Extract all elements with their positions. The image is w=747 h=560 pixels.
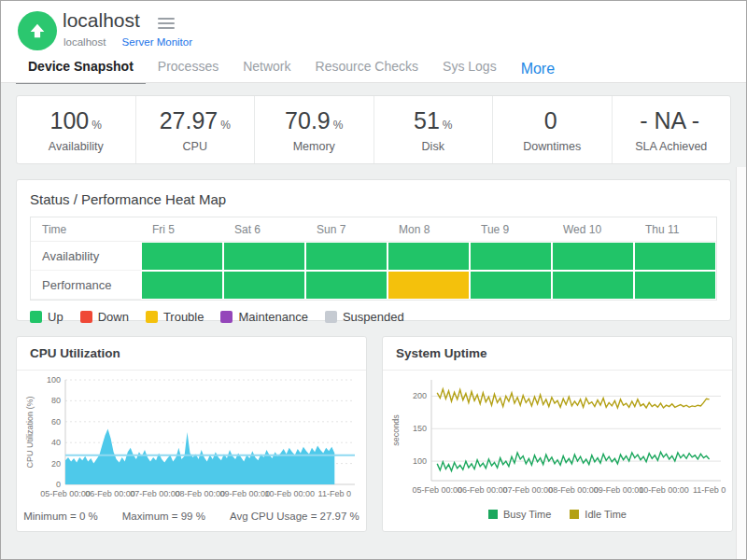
legend-label: Suspended: [343, 310, 404, 324]
heatmap-col-header: Sat 6: [223, 217, 305, 242]
app-window: localhost localhost Server Monitor Devic…: [0, 0, 747, 560]
svg-text:0: 0: [56, 480, 61, 489]
legend-label: Idle Time: [585, 509, 627, 520]
svg-text:09-Feb 00:00: 09-Feb 00:00: [219, 489, 270, 498]
server-monitor-link[interactable]: Server Monitor: [122, 36, 192, 48]
tab-processes[interactable]: Processes: [146, 55, 231, 83]
svg-text:80: 80: [51, 396, 61, 405]
heatmap-cell[interactable]: [305, 271, 388, 300]
tab-sys-logs[interactable]: Sys Logs: [430, 55, 509, 83]
cpu-chart-svg: 02040608010005-Feb 00:0006-Feb 00:0007-F…: [22, 372, 360, 505]
uptime-chart[interactable]: 10015020005-Feb 00:0006-Feb 00:0007-Feb …: [383, 371, 732, 505]
svg-text:11-Feb 0: 11-Feb 0: [693, 485, 726, 495]
page-title: localhost: [63, 9, 140, 32]
stat-memory: 70.9% Memory: [255, 96, 374, 163]
heatmap-cell[interactable]: [552, 271, 634, 300]
heatmap-cell[interactable]: [223, 242, 305, 271]
stat-sla: - NA - SLA Achieved: [613, 96, 731, 163]
svg-text:05-Feb 00:00: 05-Feb 00:00: [412, 485, 462, 495]
heatmap-cell[interactable]: [634, 271, 716, 300]
heatmap-cell[interactable]: [388, 242, 470, 271]
heatmap-cell[interactable]: [470, 271, 552, 300]
svg-text:100: 100: [413, 456, 427, 466]
legend-swatch-maintenance: [220, 311, 233, 323]
svg-text:05-Feb 00:00: 05-Feb 00:00: [40, 489, 91, 498]
heatmap-cell[interactable]: [305, 242, 388, 271]
svg-text:10-Feb 00:00: 10-Feb 00:00: [639, 485, 689, 495]
legend-label: Trouble: [163, 310, 204, 324]
stat-label: CPU: [183, 140, 207, 153]
stat-unit: %: [443, 119, 453, 132]
tab-device-snapshot[interactable]: Device Snapshot: [16, 55, 146, 86]
legend-swatch-suspended: [325, 311, 337, 323]
legend-swatch-idle: [570, 510, 579, 519]
legend-item-busy-time: Busy Time: [488, 509, 551, 520]
stat-value: 27.97: [160, 107, 218, 133]
svg-text:10-Feb 00:00: 10-Feb 00:00: [264, 489, 315, 498]
tab-more[interactable]: More: [509, 55, 567, 87]
svg-text:200: 200: [413, 391, 427, 400]
heatmap-col-header: Wed 10: [552, 217, 634, 242]
heatmap-cell[interactable]: [388, 271, 470, 300]
stat-value: 100: [50, 107, 90, 133]
heatmap-cell[interactable]: [141, 271, 223, 300]
tab-resource-checks[interactable]: Resource Checks: [303, 55, 431, 83]
stat-label: Memory: [293, 140, 335, 153]
svg-text:CPU Utilization (%): CPU Utilization (%): [25, 396, 35, 468]
legend-item-suspended: Suspended: [325, 310, 404, 324]
svg-text:06-Feb 00:00: 06-Feb 00:00: [458, 485, 508, 495]
cpu-chart-title: CPU Utilization: [17, 337, 366, 371]
svg-text:20: 20: [51, 459, 61, 469]
uptime-chart-svg: 10015020005-Feb 00:0006-Feb 00:0007-Feb …: [388, 372, 726, 501]
stat-label: Downtimes: [523, 140, 581, 153]
stat-unit: %: [333, 119, 344, 132]
legend-label: Down: [98, 310, 129, 324]
legend-item-up: Up: [30, 310, 63, 324]
heatmap-cell[interactable]: [141, 242, 223, 271]
cpu-chart[interactable]: 02040608010005-Feb 00:0006-Feb 00:0007-F…: [17, 371, 366, 509]
uptime-chart-title: System Uptime: [383, 337, 732, 371]
stat-label: Disk: [422, 140, 444, 153]
breadcrumb-host: localhost: [63, 36, 106, 48]
svg-text:07-Feb 00:00: 07-Feb 00:00: [503, 485, 554, 495]
uptime-chart-legend: Busy Time Idle Time: [383, 509, 732, 520]
heatmap-col-header: Fri 5: [141, 217, 223, 242]
svg-text:40: 40: [51, 438, 61, 447]
tab-network[interactable]: Network: [231, 55, 303, 83]
stat-value: 51: [414, 107, 440, 133]
heatmap-col-header: Thu 11: [634, 217, 716, 242]
heatmap-title: Status / Performance Heat Map: [30, 191, 717, 207]
hamburger-menu-icon[interactable]: [158, 15, 175, 32]
heatmap-cell[interactable]: [634, 242, 716, 271]
heatmap-card: Status / Performance Heat Map Time Fri 5…: [16, 179, 731, 321]
content-area: 100% Availability 27.97% CPU 70.9% Memor…: [1, 84, 746, 559]
legend-label: Maintenance: [238, 310, 307, 324]
heatmap-row-label: Availability: [31, 242, 141, 271]
heatmap-table: Time Fri 5 Sat 6 Sun 7 Mon 8 Tue 9 Wed 1…: [30, 217, 717, 301]
svg-text:08-Feb 00:00: 08-Feb 00:00: [548, 485, 599, 495]
system-uptime-card: System Uptime 10015020005-Feb 00:0006-Fe…: [382, 336, 733, 532]
device-status-badge: [18, 11, 57, 50]
heatmap-cell[interactable]: [470, 242, 552, 271]
stat-unit: %: [220, 119, 231, 132]
svg-text:07-Feb 00:00: 07-Feb 00:00: [130, 489, 180, 498]
legend-swatch-down: [80, 311, 92, 323]
stat-downtimes: 0 Downtimes: [493, 96, 613, 163]
heatmap-col-header: Mon 8: [388, 217, 470, 242]
legend-label: Up: [48, 310, 63, 324]
summary-stats-card: 100% Availability 27.97% CPU 70.9% Memor…: [16, 95, 731, 164]
heatmap-cell[interactable]: [552, 242, 634, 271]
svg-text:100: 100: [47, 375, 61, 385]
svg-text:06-Feb 00:00: 06-Feb 00:00: [85, 489, 135, 498]
svg-text:11-Feb 0: 11-Feb 0: [318, 489, 351, 498]
cpu-chart-stats: Minimum = 0 % Maximum = 99 % Avg CPU Usa…: [17, 511, 366, 522]
vertical-scrollbar[interactable]: [736, 167, 746, 559]
cpu-utilization-card: CPU Utilization 02040608010005-Feb 00:00…: [16, 336, 367, 532]
heatmap-col-header: Tue 9: [470, 217, 552, 242]
legend-item-maintenance: Maintenance: [220, 310, 307, 324]
heatmap-cell[interactable]: [223, 271, 305, 300]
up-arrow-icon: [27, 21, 48, 41]
legend-swatch-busy: [488, 510, 498, 519]
svg-text:08-Feb 00:00: 08-Feb 00:00: [175, 489, 225, 498]
stat-value: 70.9: [285, 107, 331, 133]
